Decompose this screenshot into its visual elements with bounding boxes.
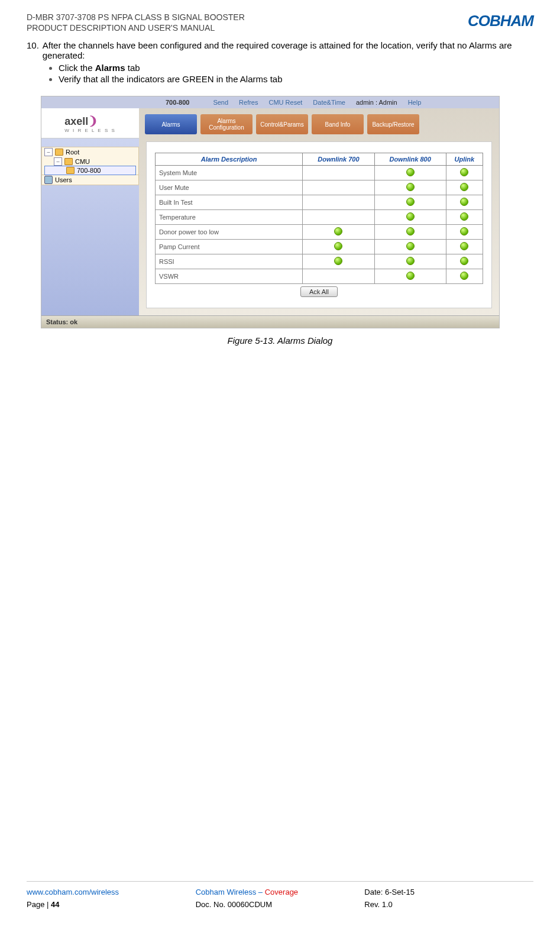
topbar-cmu-reset-link[interactable]: CMU Reset — [268, 99, 302, 106]
step-block: 10. After the channels have been configu… — [27, 40, 533, 60]
table-row: Temperature — [156, 210, 483, 225]
alarm-indicator — [374, 166, 446, 180]
alarm-name: System Mute — [156, 166, 303, 180]
tab-alarms[interactable]: Alarms — [145, 114, 197, 134]
alarm-name: Pamp Current — [156, 240, 303, 254]
status-green-icon — [406, 212, 415, 221]
tree-panel: – Root – CMU 700-800 — [41, 138, 139, 315]
table-row: Built In Test — [156, 195, 483, 210]
footer-page-num: 44 — [51, 900, 59, 909]
status-green-icon — [460, 227, 468, 236]
alarm-name: Built In Test — [156, 195, 303, 210]
axell-logo-panel: axell❩W I R E L E S S — [41, 108, 139, 138]
alarm-indicator — [446, 166, 483, 180]
status-green-icon — [406, 168, 415, 176]
status-green-icon — [334, 242, 342, 250]
topbar-refresh-link[interactable]: Refres — [239, 99, 258, 106]
status-green-icon — [460, 168, 468, 176]
footer-mid-brand: Cobham Wireless — [196, 888, 257, 896]
alarm-indicator — [303, 240, 374, 254]
table-row: Donor power too low — [156, 225, 483, 240]
alarm-indicator — [303, 195, 374, 210]
col-alarm-desc: Alarm Description — [156, 153, 303, 166]
status-green-icon — [334, 257, 342, 265]
alarms-dialog-figure: 700-800 Send Refres CMU Reset Date&Time … — [41, 96, 500, 328]
status-green-icon — [460, 198, 468, 206]
alarm-indicator — [446, 180, 483, 195]
topbar-datetime-link[interactable]: Date&Time — [313, 99, 345, 106]
col-uplink: Uplink — [446, 153, 483, 166]
tab-band-info[interactable]: Band Info — [312, 114, 364, 134]
alarm-indicator — [446, 225, 483, 240]
tab-alarms-config[interactable]: Alarms Configuration — [200, 114, 253, 134]
alarm-indicator — [374, 269, 446, 284]
alarm-indicator — [446, 240, 483, 254]
alarm-indicator — [303, 210, 374, 225]
status-green-icon — [406, 198, 415, 206]
alarm-name: VSWR — [156, 269, 303, 284]
col-downlink800: Downlink 800 — [374, 153, 446, 166]
topbar-help-link[interactable]: Help — [408, 99, 422, 106]
status-green-icon — [406, 227, 415, 236]
header-line2: PRODUCT DESCRIPTION AND USER'S MANUAL — [27, 22, 245, 33]
folder-icon — [66, 167, 75, 174]
status-green-icon — [460, 272, 468, 280]
collapse-icon[interactable]: – — [54, 157, 62, 166]
ack-all-button[interactable]: Ack All — [300, 286, 338, 297]
figure-caption: Figure 5-13. Alarms Dialog — [27, 336, 533, 346]
status-green-icon — [406, 183, 415, 191]
header-line1: D-MBR 3707-3708 PS NFPA CLASS B SIGNAL B… — [27, 12, 245, 22]
tree-node-700-800[interactable]: 700-800 — [44, 166, 136, 175]
folder-icon — [64, 158, 73, 165]
alarm-indicator — [374, 210, 446, 225]
col-downlink700: Downlink 700 — [303, 153, 374, 166]
alarm-indicator — [303, 269, 374, 284]
table-row: System Mute — [156, 166, 483, 180]
footer-page-label: Page | — [27, 900, 51, 909]
alarm-indicator — [446, 210, 483, 225]
status-green-icon — [406, 242, 415, 250]
status-green-icon — [460, 183, 468, 191]
status-green-icon — [406, 257, 415, 265]
alarm-indicator — [303, 166, 374, 180]
bullet-2: Verify that all the indicators are GREEN… — [59, 74, 533, 84]
table-row: VSWR — [156, 269, 483, 284]
collapse-icon[interactable]: – — [44, 148, 53, 156]
table-row: RSSI — [156, 254, 483, 269]
status-bar: Status: ok — [41, 315, 499, 328]
status-green-icon — [460, 257, 468, 265]
users-icon — [44, 176, 53, 184]
tab-backup-restore[interactable]: Backup/Restore — [367, 114, 419, 134]
alarm-indicator — [374, 180, 446, 195]
step-number: 10. — [27, 40, 43, 60]
alarm-indicator — [374, 195, 446, 210]
folder-icon — [55, 149, 63, 156]
tree-root[interactable]: – Root — [42, 147, 138, 157]
topbar-user: admin : Admin — [356, 99, 397, 106]
topbar-title: 700-800 — [166, 99, 189, 106]
alarm-indicator — [374, 240, 446, 254]
footer-doc-no: Doc. No. 00060CDUM — [196, 900, 272, 909]
alarm-indicator — [446, 269, 483, 284]
tab-control-params[interactable]: Control&Params — [256, 114, 308, 134]
status-green-icon — [460, 242, 468, 250]
status-green-icon — [406, 272, 415, 280]
alarm-name: Temperature — [156, 210, 303, 225]
alarm-name: Donor power too low — [156, 225, 303, 240]
status-green-icon — [460, 212, 468, 221]
alarm-indicator — [446, 254, 483, 269]
alarm-indicator — [303, 225, 374, 240]
alarm-indicator — [374, 254, 446, 269]
tree-users[interactable]: Users — [42, 175, 138, 185]
alarm-indicator — [446, 195, 483, 210]
table-row: User Mute — [156, 180, 483, 195]
footer-date: Date: 6-Set-15 — [364, 888, 415, 896]
footer-url[interactable]: www.cobham.com/wireless — [27, 888, 119, 896]
topbar-send-link[interactable]: Send — [213, 99, 228, 106]
alarms-table: Alarm Description Downlink 700 Downlink … — [155, 153, 483, 284]
step-text: After the channels have been configured … — [43, 40, 533, 60]
alarm-indicator — [303, 180, 374, 195]
alarm-name: User Mute — [156, 180, 303, 195]
tree-cmu[interactable]: – CMU — [42, 157, 138, 166]
alarm-name: RSSI — [156, 254, 303, 269]
